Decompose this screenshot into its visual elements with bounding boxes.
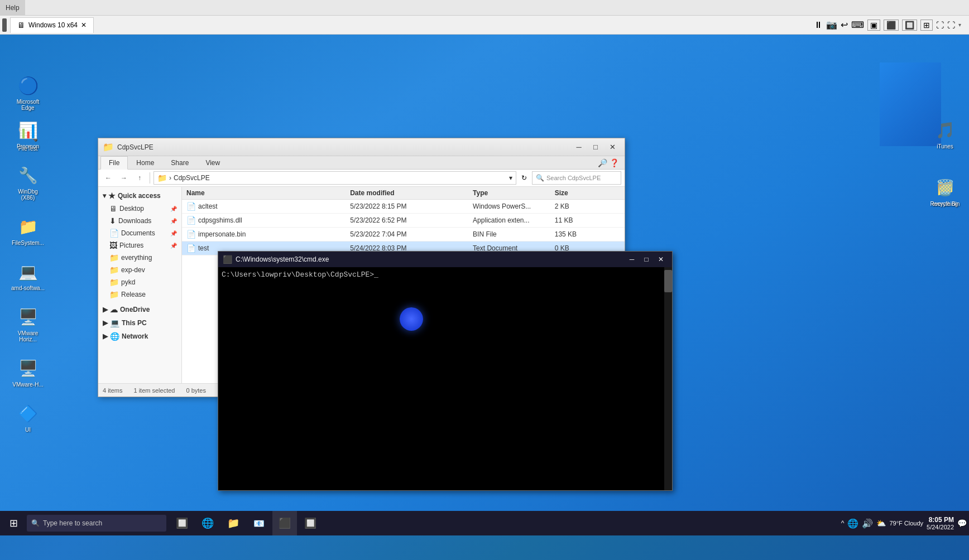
snapshot-btn[interactable]: 📷 (826, 20, 837, 30)
view-expand[interactable]: ⛶ (936, 21, 944, 30)
col-date[interactable]: Date modified (350, 189, 473, 197)
fe-addressbar: ← → ↑ 📁 › CdpSvcLPE ▾ ↻ 🔍 Search CdpSvcL… (98, 170, 625, 187)
cmd-close-btn[interactable]: ✕ (654, 254, 668, 265)
sidebar-item-documents[interactable]: 📄 Documents 📌 (98, 227, 181, 239)
clock[interactable]: 8:05 PM 5/24/2022 (927, 516, 954, 530)
sidebar-this-pc[interactable]: ▶ 💻 This PC (98, 316, 181, 330)
search-text: Type here to search (43, 519, 102, 527)
cmd-minimize-btn[interactable]: ─ (625, 254, 639, 265)
cell-name-0: 📄 acltest (186, 202, 350, 211)
sidebar-item-desktop[interactable]: 🖥 Desktop 📌 (98, 202, 181, 215)
view-btn-3[interactable]: 🔲 (902, 20, 917, 31)
fe-back-btn[interactable]: ← (102, 172, 115, 184)
cmd-scrollbar-thumb[interactable] (664, 270, 672, 292)
sidebar-network[interactable]: ▶ 🌐 Network (98, 330, 181, 343)
windbg-icon: 🔧 (16, 163, 40, 187)
fe-tab-view[interactable]: View (197, 156, 228, 169)
fe-minimize-btn[interactable]: ─ (571, 141, 587, 153)
menu-help[interactable]: Help (0, 0, 25, 15)
fe-forward-btn[interactable]: → (117, 172, 131, 184)
cell-name-2: 📄 impersonate.bin (186, 230, 350, 239)
desktop-icon-filesystem[interactable]: 📁 FileSystem... (8, 212, 47, 248)
start-button[interactable]: ⊞ (0, 511, 27, 535)
fe-address-dropdown[interactable]: ▾ (509, 174, 512, 182)
tray-arrow[interactable]: ^ (841, 519, 845, 527)
taskbar-mail[interactable]: 📧 (247, 511, 271, 535)
vmware-horiz-label: VMware Horiz... (11, 330, 45, 342)
desktop-icon-recycle[interactable]: 🗑️ Recycle Bin (925, 173, 965, 209)
cmd-maximize-btn[interactable]: □ (640, 254, 653, 265)
view-btn-4[interactable]: ⊞ (920, 20, 933, 31)
fe-tab-share[interactable]: Share (162, 156, 197, 169)
sidebar-onedrive[interactable]: ▶ ☁ OneDrive (98, 303, 181, 316)
view-btn-1[interactable]: ▣ (867, 20, 880, 31)
pykd-item-icon: 📁 (109, 278, 119, 287)
tab-close[interactable]: ✕ (81, 21, 87, 29)
ui-label: UI (11, 427, 45, 433)
fe-tab-home[interactable]: Home (128, 156, 162, 169)
fe-address-bar[interactable]: 📁 › CdpSvcLPE ▾ (153, 171, 516, 185)
release-item-icon: 📁 (109, 290, 119, 299)
desktop-icon-edge[interactable]: 🔵 Microsoft Edge (8, 71, 47, 113)
vmware-h-icon: 🖥️ (16, 356, 40, 380)
notification-icon[interactable]: 💬 (957, 519, 967, 528)
table-row[interactable]: 📄 cdpsgshims.dll 5/23/2022 6:52 PM Appli… (182, 214, 625, 228)
sidebar-item-expdev[interactable]: 📁 exp-dev (98, 264, 181, 276)
fe-tab-file[interactable]: File (100, 156, 128, 170)
desktop-icon-vmware-horiz[interactable]: 🖥️ VMware Horiz... (8, 302, 47, 345)
desktop-icon-itunes[interactable]: 🎵 iTunes (925, 115, 965, 152)
net-chevron: ▶ (103, 332, 108, 340)
cursor-circle (400, 307, 423, 331)
taskbar-task-view[interactable]: 🔲 (170, 511, 194, 535)
sidebar-item-pykd[interactable]: 📁 pykd (98, 276, 181, 288)
vmware-menu: Help (0, 0, 25, 15)
taskbar-edge[interactable]: 🌐 (195, 511, 220, 535)
desktop-icon-procmon[interactable]: 📊 Procmon (8, 115, 47, 152)
itunes-icon: 🎵 (933, 118, 957, 142)
windbg-label: WinDbg (X86) (11, 189, 45, 201)
col-size[interactable]: Size (555, 189, 620, 197)
fe-help-icon[interactable]: ❓ (610, 158, 619, 167)
fe-up-btn[interactable]: ↑ (133, 172, 146, 184)
desktop-icons-left2: 📊 Procmon 🔧 WinDbg (X86) 📁 FileSystem...… (8, 115, 47, 435)
view-btn-2[interactable]: ⬛ (884, 20, 899, 31)
cmd-scrollbar[interactable] (664, 267, 672, 490)
taskbar-explorer[interactable]: 📁 (221, 511, 246, 535)
table-row[interactable]: 📄 impersonate.bin 5/23/2022 7:04 PM BIN … (182, 228, 625, 242)
fe-tabs: File Home Share View 🔎 ❓ (98, 156, 625, 169)
sidebar-item-everything[interactable]: 📁 everything (98, 252, 181, 264)
pause-btn[interactable]: ⏸ (814, 20, 823, 30)
taskbar-search[interactable]: 🔍 Type here to search (27, 515, 166, 532)
sidebar-item-release[interactable]: 📁 Release (98, 288, 181, 301)
net-icon: 🌐 (110, 332, 119, 341)
fe-refresh-btn[interactable]: ↻ (519, 172, 530, 184)
sidebar-item-downloads[interactable]: ⬇ Downloads 📌 (98, 215, 181, 227)
taskbar-cmd[interactable]: ⬛ (272, 511, 297, 535)
taskbar-extra[interactable]: 🔲 (298, 511, 323, 535)
fe-search-box[interactable]: 🔍 Search CdpSvcLPE (532, 171, 621, 185)
fe-close-btn[interactable]: ✕ (605, 141, 620, 153)
cmd-title-left: ⬛ C:\Windows\system32\cmd.exe (223, 255, 329, 264)
amd-label: amd-softwa... (11, 285, 45, 291)
win10-taskbar: ⊞ 🔍 Type here to search 🔲 🌐 📁 📧 ⬛ 🔲 ^ 🌐 (0, 511, 969, 535)
send-key-btn[interactable]: ⌨ (851, 20, 864, 30)
view-fullscreen[interactable]: ⛶ (947, 21, 955, 30)
fe-maximize-btn[interactable]: □ (588, 141, 603, 153)
time-display: 8:05 PM (927, 516, 954, 524)
revert-btn[interactable]: ↩ (841, 20, 848, 30)
desktop-item-icon: 🖥 (109, 204, 117, 213)
vmware-tab[interactable]: 🖥 Windows 10 x64 ✕ (10, 17, 94, 33)
sidebar-item-pictures[interactable]: 🖼 Pictures 📌 (98, 239, 181, 252)
documents-item-label: Documents (121, 229, 155, 237)
sidebar-quick-access[interactable]: ▾ ★ Quick access (98, 189, 181, 202)
desktop-icon-amd[interactable]: 💻 amd-softwa... (8, 257, 47, 293)
col-name[interactable]: Name (186, 189, 350, 197)
desktop-icon-windbg[interactable]: 🔧 WinDbg (X86) (8, 161, 47, 203)
desktop-icon-vmware-h[interactable]: 🖥️ VMware-H... (8, 354, 47, 390)
desktop-icon-ui[interactable]: 🔷 UI (8, 399, 47, 435)
cmd-content[interactable]: C:\Users\lowpriv\Desktop\CdpSvcLPE>_ (218, 267, 672, 490)
table-row[interactable]: 📄 acltest 5/23/2022 8:15 PM Windows Powe… (182, 200, 625, 214)
fe-title-left: 📁 CdpSvcLPE (103, 142, 153, 152)
file-name-2: impersonate.bin (198, 230, 246, 238)
col-type[interactable]: Type (473, 189, 555, 197)
